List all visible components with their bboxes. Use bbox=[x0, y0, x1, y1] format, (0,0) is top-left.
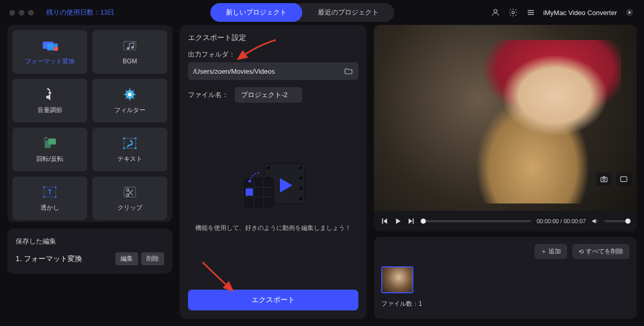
output-folder-value: /Users/zoen/Movies/Videos bbox=[193, 67, 275, 75]
svg-point-39 bbox=[299, 197, 302, 200]
svg-rect-45 bbox=[246, 188, 253, 196]
svg-rect-17 bbox=[124, 138, 136, 148]
saved-edit-name: 1. フォーマット変換 bbox=[16, 254, 82, 264]
seek-bar[interactable] bbox=[421, 220, 531, 222]
prev-icon[interactable] bbox=[380, 217, 388, 225]
format-convert-icon bbox=[41, 38, 59, 53]
svg-rect-48 bbox=[621, 176, 627, 181]
project-tab-switch: 新しいプロジェクト 最近のプロジェクト bbox=[210, 3, 394, 22]
preview-panel: 00:00:00 / 00:00:07 bbox=[374, 25, 637, 232]
text-icon bbox=[121, 136, 139, 151]
svg-point-32 bbox=[267, 166, 270, 169]
tool-watermark[interactable]: T透かし bbox=[12, 176, 87, 220]
app-logo-icon bbox=[624, 7, 635, 18]
svg-point-0 bbox=[494, 9, 497, 12]
filename-value: プロジェクト-2 bbox=[241, 90, 288, 100]
volume-icon bbox=[41, 87, 59, 102]
tool-label: 音量調節 bbox=[37, 106, 62, 115]
play-icon[interactable] bbox=[394, 217, 402, 225]
saved-edit-row: 1. フォーマット変換 編集 削除 bbox=[16, 252, 164, 265]
tool-label: 透かし bbox=[41, 203, 59, 212]
export-settings-title: エクスポート設定 bbox=[188, 33, 358, 43]
bgm-icon bbox=[121, 39, 139, 53]
output-folder-field[interactable]: /Users/zoen/Movies/Videos bbox=[188, 62, 358, 80]
saved-edit-edit-button[interactable]: 編集 bbox=[115, 252, 138, 265]
tool-label: フィルター bbox=[114, 106, 145, 115]
tools-grid: フォーマット変換BGM音量調節フィルター回転/反転テキストT透かしクリップ bbox=[7, 25, 172, 222]
next-icon[interactable] bbox=[407, 217, 415, 225]
watermark-icon: T bbox=[41, 185, 59, 199]
svg-point-25 bbox=[55, 186, 57, 187]
tool-filter[interactable]: フィルター bbox=[92, 79, 167, 123]
volume-slider[interactable] bbox=[605, 220, 630, 222]
export-button[interactable]: エクスポート bbox=[188, 290, 358, 310]
tool-label: BGM bbox=[123, 58, 137, 65]
svg-point-5 bbox=[54, 46, 59, 51]
player-controls: 00:00:00 / 00:00:07 bbox=[374, 211, 637, 232]
tool-clip[interactable]: クリップ bbox=[92, 176, 167, 220]
filename-label: ファイル名： bbox=[188, 90, 229, 100]
browse-folder-icon[interactable] bbox=[344, 67, 353, 75]
tool-bgm[interactable]: BGM bbox=[92, 30, 167, 74]
svg-point-7 bbox=[127, 47, 129, 50]
svg-point-26 bbox=[43, 196, 45, 197]
tool-label: 回転/反転 bbox=[36, 155, 63, 164]
export-illustration: 機能を使用して、好きのように動画を編集しましょう！ bbox=[188, 103, 358, 288]
saved-edits-title: 保存した編集 bbox=[16, 237, 164, 246]
tool-format-convert[interactable]: フォーマット変換 bbox=[12, 30, 87, 74]
svg-point-19 bbox=[135, 137, 137, 139]
fullscreen-icon[interactable] bbox=[616, 172, 632, 186]
svg-point-37 bbox=[299, 176, 302, 180]
playback-time: 00:00:00 / 00:00:07 bbox=[536, 218, 586, 224]
svg-rect-16 bbox=[48, 138, 56, 144]
video-preview[interactable] bbox=[374, 25, 637, 211]
svg-point-8 bbox=[131, 46, 134, 49]
tool-label: テキスト bbox=[117, 155, 142, 164]
file-thumbnail[interactable] bbox=[381, 266, 413, 293]
traffic-zoom[interactable] bbox=[28, 10, 34, 16]
tool-text[interactable]: テキスト bbox=[92, 128, 167, 171]
trial-days-label: 残りの使用日数：13日 bbox=[46, 8, 114, 17]
export-settings-panel: エクスポート設定 出力フォルダ： /Users/zoen/Movies/Vide… bbox=[180, 25, 367, 319]
svg-point-38 bbox=[299, 187, 302, 190]
tool-label: フォーマット変換 bbox=[25, 57, 75, 66]
traffic-close[interactable] bbox=[9, 10, 15, 16]
clip-icon bbox=[121, 185, 139, 199]
delete-all-button[interactable]: ⟲ すべてを削除 bbox=[572, 244, 629, 259]
output-folder-label: 出力フォルダ： bbox=[188, 50, 358, 59]
settings-icon[interactable] bbox=[508, 7, 518, 18]
snapshot-icon[interactable] bbox=[596, 172, 612, 186]
window-traffic-lights bbox=[9, 10, 34, 16]
svg-point-1 bbox=[512, 11, 515, 14]
svg-point-14 bbox=[128, 92, 132, 96]
svg-text:T: T bbox=[48, 188, 52, 196]
tool-label: クリップ bbox=[117, 203, 142, 212]
export-hint-text: 機能を使用して、好きのように動画を編集しましょう！ bbox=[195, 223, 351, 233]
tab-recent-projects[interactable]: 最近のプロジェクト bbox=[302, 3, 394, 22]
tab-new-project[interactable]: 新しいプロジェクト bbox=[210, 3, 302, 22]
tool-rotate[interactable]: 回転/反転 bbox=[12, 128, 87, 171]
account-icon[interactable] bbox=[490, 7, 501, 18]
refresh-icon: ⟲ bbox=[579, 248, 584, 255]
svg-point-47 bbox=[603, 178, 606, 181]
traffic-minimize[interactable] bbox=[19, 10, 24, 16]
svg-point-18 bbox=[123, 137, 125, 139]
app-name: iMyMac Video Converter bbox=[543, 9, 617, 17]
add-file-button[interactable]: ＋ 追加 bbox=[534, 244, 567, 259]
rotate-icon bbox=[41, 136, 59, 151]
svg-point-24 bbox=[43, 186, 45, 187]
saved-edit-delete-button[interactable]: 削除 bbox=[141, 252, 164, 265]
menu-icon[interactable] bbox=[526, 7, 536, 18]
svg-point-20 bbox=[123, 147, 125, 148]
tool-volume[interactable]: 音量調節 bbox=[12, 79, 87, 123]
svg-point-21 bbox=[135, 147, 137, 148]
files-panel: ＋ 追加 ⟲ すべてを削除 ファイル数：1 bbox=[374, 237, 637, 319]
file-count-label: ファイル数：1 bbox=[381, 300, 629, 308]
filename-field[interactable]: プロジェクト-2 bbox=[235, 87, 302, 103]
volume-icon[interactable] bbox=[591, 217, 599, 225]
saved-edits-panel: 保存した編集 1. フォーマット変換 編集 削除 bbox=[7, 228, 172, 274]
filter-icon bbox=[121, 87, 139, 102]
svg-point-27 bbox=[55, 196, 57, 197]
svg-point-36 bbox=[299, 166, 302, 169]
